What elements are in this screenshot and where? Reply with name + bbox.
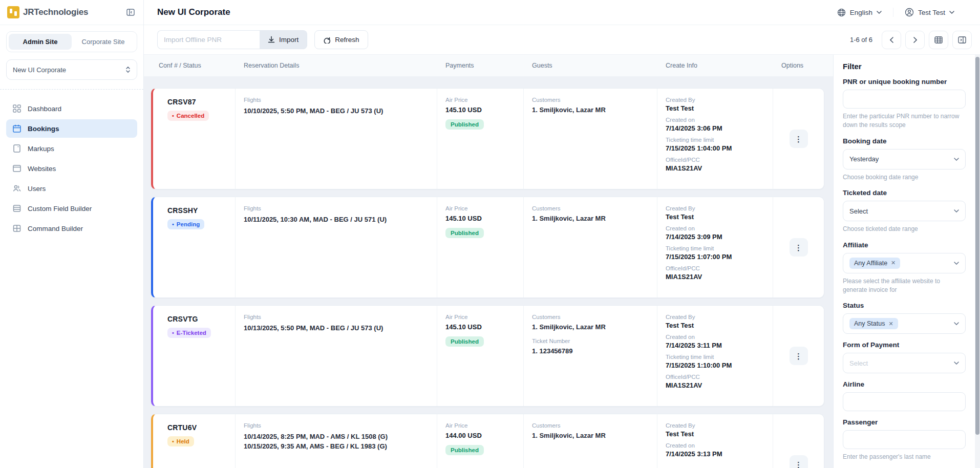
table-view-button[interactable]	[929, 31, 948, 49]
sidebar-item-command-builder[interactable]: Command Builder	[6, 219, 137, 238]
booking-date-label: Booking date	[843, 137, 966, 145]
affiliate-chip: Any Affiliate ✕	[849, 258, 900, 269]
status-chip: Any Status ✕	[849, 318, 898, 329]
sidebar-collapse-icon[interactable]	[126, 8, 135, 17]
row-options-button[interactable]: ⋮	[790, 130, 808, 148]
workspace-select[interactable]: New UI Corporate	[6, 59, 137, 80]
status-dot-icon: •	[172, 113, 174, 119]
status-dot-icon: •	[172, 221, 174, 227]
sidebar-item-dashboard[interactable]: Dashboard	[6, 99, 137, 118]
create-info: Created ByTest TestCreated on7/14/2025 3…	[657, 197, 773, 297]
tab-corporate-site[interactable]: Corporate Site	[72, 34, 135, 50]
flights-label: Flights	[244, 205, 429, 211]
air-price-label: Air Price	[445, 422, 515, 429]
customer-name: 1. Smiljkovic, Lazar MR	[532, 432, 649, 439]
sidebar-divider	[0, 89, 143, 90]
created-by-label: Created By	[666, 422, 764, 429]
air-price-label: Air Price	[445, 97, 515, 103]
affiliate-help: Please select the affiliate website to g…	[843, 277, 966, 295]
create-info: Created ByTest TestCreated on7/14/2025 3…	[657, 306, 773, 406]
created-on-label: Created on	[666, 442, 764, 449]
affiliate-select[interactable]: Any Affiliate ✕	[843, 253, 966, 273]
sidebar-item-label: Custom Field Builder	[28, 205, 92, 212]
chevron-left-icon	[890, 37, 893, 43]
table-header: Conf # / Status Reservation Details Paym…	[144, 55, 833, 77]
price-status-badge: Published	[445, 336, 484, 347]
created-on-label: Created on	[666, 225, 764, 231]
tab-admin-site[interactable]: Admin Site	[9, 34, 72, 50]
next-page-button[interactable]	[905, 31, 925, 49]
created-on-value: 7/14/2025 3:09 PM	[666, 233, 764, 241]
passenger-filter-input[interactable]	[843, 430, 966, 449]
customers-label: Customers	[532, 422, 649, 429]
chevron-down-icon	[954, 322, 959, 325]
language-selector[interactable]: English	[826, 8, 893, 17]
sidebar-item-custom-field-builder[interactable]: Custom Field Builder	[6, 199, 137, 218]
booking-status-badge: •Pending	[167, 219, 204, 229]
create-info: Created ByTest TestCreated on7/14/2025 3…	[657, 89, 773, 189]
booking-date-help: Choose booking date range	[843, 173, 966, 182]
workspace-select-value: New UI Corporate	[13, 66, 66, 74]
office-id-pcc-value: MIA1S21AV	[666, 381, 764, 389]
booking-row: CRSVTG •E-Ticketed Flights 10/13/2025, 5…	[151, 305, 824, 407]
office-id-pcc-label: OfficeId/PCC	[666, 157, 764, 163]
chip-close-icon[interactable]: ✕	[891, 260, 896, 266]
row-options-button[interactable]: ⋮	[790, 455, 808, 468]
chip-close-icon[interactable]: ✕	[888, 321, 893, 327]
booking-conf-code: CRSVTG	[167, 315, 227, 323]
pnr-filter-input[interactable]	[843, 90, 966, 109]
created-by-value: Test Test	[666, 104, 764, 112]
ticketing-time-limit-label: Ticketing time limit	[666, 354, 764, 360]
sidebar-item-markups[interactable]: Markups	[6, 139, 137, 158]
booking-conf-code: CRTU6V	[167, 423, 227, 432]
office-id-pcc-label: OfficeId/PCC	[666, 265, 764, 271]
pnr-filter-label: PNR or unique booking number	[843, 78, 966, 86]
created-by-value: Test Test	[666, 322, 764, 329]
scrollbar-thumb[interactable]	[975, 57, 979, 435]
flight-line: 10/10/2025, 5:50 PM, MAD - BEG / JU 573 …	[244, 106, 429, 116]
ticketing-time-limit-value: 7/15/2025 1:07:00 PM	[666, 253, 764, 261]
filter-title: Filter	[843, 62, 966, 71]
sidebar-item-users[interactable]: Users	[6, 179, 137, 198]
column-header: Guests	[524, 62, 657, 69]
booking-conf-code: CRSV87	[167, 98, 227, 106]
flight-lines: 10/14/2025, 8:25 PM, MAD - AMS / KL 1508…	[244, 432, 429, 451]
form-of-payment-select[interactable]: Select	[843, 353, 966, 373]
create-info: Created ByTest TestCreated on7/14/2025 3…	[657, 414, 773, 468]
brand-logo-icon	[7, 6, 19, 18]
row-options-button[interactable]: ⋮	[790, 238, 808, 257]
prev-page-button[interactable]	[882, 31, 901, 49]
app-window: JRTechnologies Admin Site Corporate Site…	[0, 0, 980, 468]
airline-filter-input[interactable]	[843, 392, 966, 411]
flights-label: Flights	[244, 97, 429, 103]
created-by-value: Test Test	[666, 213, 764, 221]
flight-line: 10/14/2025, 8:25 PM, MAD - AMS / KL 1508…	[244, 432, 429, 441]
created-on-value: 7/14/2025 3:06 PM	[666, 124, 764, 132]
sidebar-item-label: Users	[28, 185, 46, 193]
created-on-value: 7/14/2025 3:13 PM	[666, 450, 764, 458]
refresh-button[interactable]: Refresh	[314, 30, 368, 49]
sidebar-nav: DashboardBookingsMarkupsWebsitesUsersCus…	[0, 95, 143, 242]
row-options-button[interactable]: ⋮	[790, 347, 808, 365]
import-pnr-input[interactable]	[157, 30, 260, 49]
booking-list: CRSV87 •Cancelled Flights 10/10/2025, 5:…	[144, 77, 833, 468]
status-filter-select[interactable]: Any Status ✕	[843, 313, 966, 334]
brand-name: JRTechnologies	[23, 7, 88, 17]
import-button[interactable]: Import	[260, 30, 307, 49]
affiliate-label: Affiliate	[843, 241, 966, 249]
page-title: New UI Corporate	[157, 7, 230, 17]
browser-icon	[12, 164, 22, 173]
filter-panel-toggle-button[interactable]	[952, 31, 972, 49]
ticketed-date-select[interactable]: Select	[843, 201, 966, 221]
price-status-badge: Published	[445, 445, 484, 455]
refresh-icon	[323, 36, 330, 44]
column-header: Create Info	[657, 62, 773, 69]
office-id-pcc-value: MIA1S21AV	[666, 164, 764, 172]
booking-date-select[interactable]: Yesterday	[843, 149, 966, 169]
vertical-scrollbar[interactable]	[975, 55, 980, 468]
user-menu[interactable]: Test Test	[893, 8, 966, 17]
sidebar-item-bookings[interactable]: Bookings	[6, 119, 137, 138]
globe-icon	[837, 8, 846, 17]
sidebar-item-websites[interactable]: Websites	[6, 159, 137, 178]
list-icon	[12, 204, 22, 213]
